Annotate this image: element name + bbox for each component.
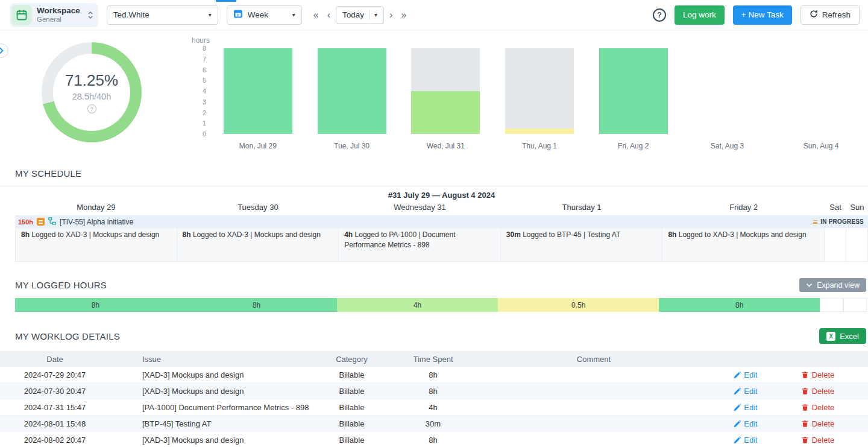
delete-button[interactable]: Delete <box>801 419 835 428</box>
period-select[interactable]: Week ▾ <box>227 5 302 25</box>
cell-time-spent: 8h <box>392 436 474 445</box>
chart-day-label: Mon, Jul 29 <box>239 142 277 150</box>
required-hours-bar <box>599 48 668 134</box>
schedule-worklog-cell: 8h Logged to XAD-3 | Mockups and design <box>662 228 825 261</box>
chart-day-column: Fri, Aug 2 <box>587 34 681 150</box>
next-button[interactable]: › <box>386 9 395 21</box>
schedule-worklog-cell: 8h Logged to XAD-3 | Mockups and design <box>177 228 339 261</box>
chart-day-column: Mon, Jul 29 <box>211 34 305 150</box>
today-button[interactable]: Today ▾ <box>336 6 384 24</box>
task-label[interactable]: [TIV-55] Alpha initiative <box>60 218 133 226</box>
chevron-down-icon: ▾ <box>292 11 295 18</box>
delete-label: Delete <box>812 387 835 396</box>
active-tab-indicator <box>216 0 236 2</box>
chevron-down-icon: ▾ <box>209 11 212 18</box>
export-excel-button[interactable]: X Excel <box>819 328 866 344</box>
schedule-day-header: Sat <box>825 203 846 212</box>
worklog-text: Logged to XAD-3 | Mockups and design <box>676 230 806 239</box>
logged-hours-segment <box>843 298 867 312</box>
edit-button[interactable]: Edit <box>733 370 757 379</box>
completion-donut: 71.25% 28.5h/40h ? <box>42 42 142 142</box>
workspace-switch-icon[interactable] <box>87 11 93 19</box>
jump-first-button[interactable]: « <box>310 9 322 21</box>
schedule-worklog-cell: 4h Logged to PA-1000 | Document Performa… <box>339 228 501 261</box>
edit-button[interactable]: Edit <box>733 436 757 445</box>
cell-date: 2024-07-31 15:47 <box>10 403 100 412</box>
jump-last-button[interactable]: » <box>398 9 409 21</box>
hours-bar-chart: hours 876543210 Mon, Jul 29Tue, Jul 30We… <box>187 34 868 150</box>
user-select-value: Ted.White <box>113 10 149 19</box>
refresh-icon <box>810 10 818 20</box>
cell-category: Billable <box>311 419 392 428</box>
worklog-table-row: 2024-08-01 15:48[BTP-45] Testing ATBilla… <box>0 416 868 432</box>
my-logged-hours-section: MY LOGGED HOURS Expand view 8h8h4h0.5h8h <box>0 278 868 312</box>
schedule-day-headers: Monday 29Tuesday 30Wednesday 31Thursday … <box>15 201 868 215</box>
delete-label: Delete <box>812 419 835 428</box>
delete-label: Delete <box>812 403 835 412</box>
my-schedule-title: MY SCHEDULE <box>15 168 81 179</box>
expand-view-button[interactable]: Expand view <box>799 278 866 292</box>
refresh-button[interactable]: Refresh <box>800 5 860 25</box>
delete-button[interactable]: Delete <box>801 436 835 445</box>
cell-time-spent: 4h <box>392 403 474 412</box>
cell-issue: [PA-1000] Document Performance Metrics -… <box>142 403 311 412</box>
cell-date: 2024-07-29 20:47 <box>10 370 100 379</box>
new-task-button[interactable]: + New Task <box>733 5 792 25</box>
chevron-down-icon <box>806 281 813 290</box>
edit-label: Edit <box>744 387 757 396</box>
workspace-selector[interactable]: Workspace General <box>10 3 98 27</box>
chart-y-axis: hours 876543210 <box>187 48 211 134</box>
worklog-text: Logged to PA-1000 | Document Performance… <box>344 230 455 249</box>
worklog-table-row: 2024-07-31 15:47[PA-1000] Document Perfo… <box>0 399 868 416</box>
help-icon[interactable]: ? <box>653 8 666 22</box>
edit-label: Edit <box>744 370 757 379</box>
chart-day-label: Fri, Aug 2 <box>618 142 649 150</box>
required-hours-bar <box>411 48 480 134</box>
previous-button[interactable]: ‹ <box>324 9 333 21</box>
y-tick-label: 1 <box>203 119 206 127</box>
task-menu-icon[interactable]: ≡ <box>813 218 817 226</box>
edit-label: Edit <box>744 436 757 445</box>
schedule-task-row: 150h [TIV-55] Alpha initiative ≡ IN PROG… <box>15 215 868 227</box>
schedule-worklog-cell <box>825 228 846 261</box>
logged-hours-segment: 8h <box>659 298 820 312</box>
delete-button[interactable]: Delete <box>801 403 835 412</box>
cell-issue: [BTP-45] Testing AT <box>142 419 311 428</box>
edit-button[interactable]: Edit <box>733 403 757 412</box>
schedule-worklog-cell <box>846 228 868 261</box>
user-select[interactable]: Ted.White ▾ <box>107 5 218 25</box>
edit-button[interactable]: Edit <box>733 419 757 428</box>
logged-hours-bar-segment <box>411 91 480 134</box>
cell-date: 2024-08-02 20:47 <box>10 436 100 445</box>
worklog-time: 8h <box>183 230 191 239</box>
required-hours-bar <box>224 48 292 134</box>
completion-ratio: 28.5h/40h <box>72 92 112 101</box>
excel-icon: X <box>826 332 835 341</box>
edit-button[interactable]: Edit <box>733 387 757 396</box>
refresh-label: Refresh <box>822 10 851 19</box>
period-select-value: Week <box>248 10 268 19</box>
y-tick-label: 6 <box>203 66 206 74</box>
schedule-day-header: Wednesday 31 <box>339 203 501 212</box>
delete-button[interactable]: Delete <box>801 370 835 379</box>
logged-hours-segment: 0.5h <box>498 298 659 312</box>
chart-day-column: Thu, Aug 1 <box>492 34 587 150</box>
log-work-button[interactable]: Log work <box>675 5 725 25</box>
donut-help-icon[interactable]: ? <box>87 104 96 113</box>
cell-date: 2024-07-30 20:47 <box>10 387 100 396</box>
expand-view-label: Expand view <box>817 281 860 290</box>
workspace-subtitle: General <box>37 16 80 24</box>
divider <box>369 10 370 20</box>
completion-percent: 71.25% <box>65 71 118 90</box>
y-tick-label: 8 <box>203 45 206 52</box>
logged-hours-segment <box>820 298 843 312</box>
cell-category: Billable <box>311 436 392 445</box>
workspace-calendar-icon <box>11 5 32 25</box>
chart-day-column: Tue, Jul 30 <box>305 34 399 150</box>
delete-button[interactable]: Delete <box>801 387 835 396</box>
logged-hours-bar-segment <box>224 48 292 134</box>
worklog-table-row: 2024-07-30 20:47[XAD-3] Mockups and desi… <box>0 383 868 399</box>
worklog-table: Date Issue Category Time Spent Comment 2… <box>0 351 868 447</box>
worklog-time: 8h <box>668 230 676 239</box>
logged-hours-bar-segment <box>599 48 668 134</box>
